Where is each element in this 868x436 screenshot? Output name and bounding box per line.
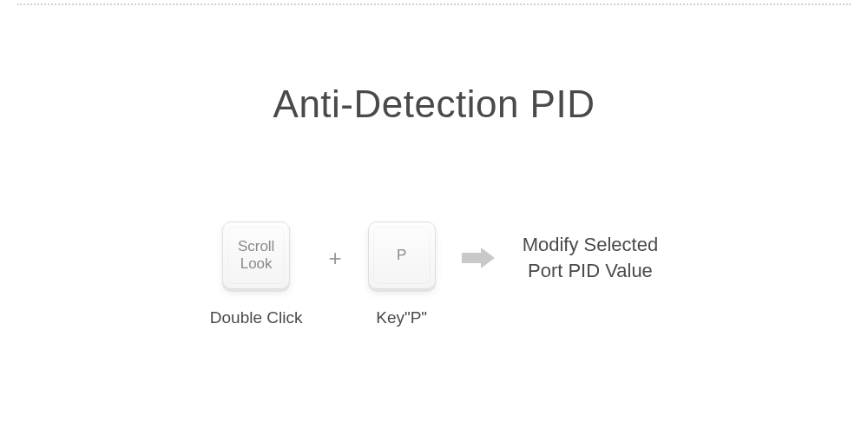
arrow-right-icon (462, 246, 496, 270)
svg-marker-0 (462, 248, 495, 268)
instruction-row: Scroll Look Double Click + P Key"P" Modi… (0, 221, 868, 327)
keycap-p-label: P (397, 247, 406, 264)
keycap-p: P (368, 221, 436, 289)
result-text: Modify Selected Port PID Value (523, 232, 659, 283)
top-dotted-divider (17, 3, 851, 5)
key-group-scroll-lock: Scroll Look Double Click (210, 221, 303, 327)
keycap-scroll-lock: Scroll Look (222, 221, 290, 289)
page-title: Anti-Detection PID (0, 83, 868, 126)
key-group-p: P Key"P" (368, 221, 436, 327)
plus-symbol: + (328, 245, 341, 272)
keycap-p-caption: Key"P" (376, 308, 427, 327)
keycap-scroll-lock-caption: Double Click (210, 308, 303, 327)
keycap-scroll-lock-label: Scroll Look (238, 238, 275, 272)
